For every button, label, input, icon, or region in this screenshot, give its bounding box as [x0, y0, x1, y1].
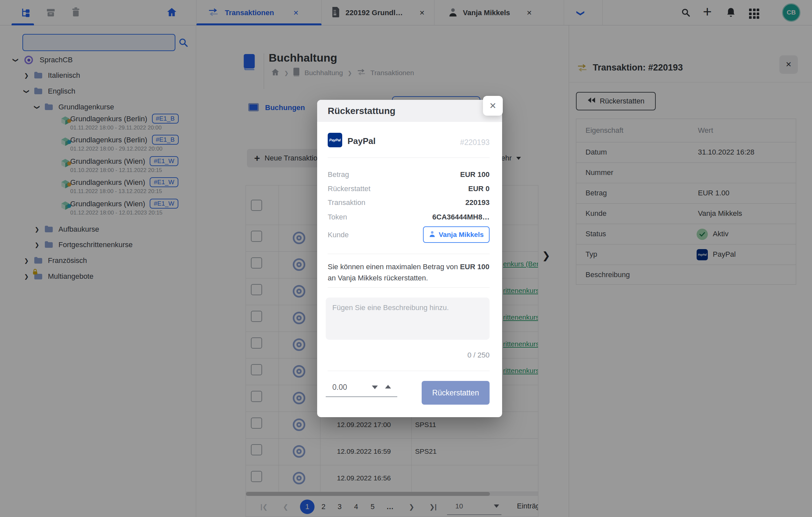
- decrease-icon[interactable]: [372, 386, 378, 389]
- refund-modal: Rückerstattung ✕ PayPal PayPal #220193 B…: [317, 100, 502, 417]
- provider-name: PayPal: [347, 136, 376, 146]
- customer-label: Kunde: [328, 231, 349, 239]
- field-value: EUR 0: [468, 185, 490, 193]
- char-counter: 0 / 250: [467, 351, 490, 360]
- field-value: 6CA36444MH8…: [432, 213, 490, 221]
- field-value: EUR 100: [460, 170, 490, 179]
- modal-title: Rückerstattung: [317, 100, 502, 122]
- transaction-reference: #220193: [460, 138, 490, 147]
- customer-button[interactable]: Vanja Mikkels: [423, 226, 490, 243]
- amount-input[interactable]: [326, 378, 365, 392]
- field-value: 220193: [465, 199, 490, 207]
- button-label: Vanja Mikkels: [439, 231, 484, 239]
- field-label: Rückerstattet: [328, 185, 371, 193]
- field-label: Transaktion: [328, 199, 365, 207]
- person-icon: [429, 231, 436, 239]
- divider: [328, 287, 490, 288]
- divider: [328, 254, 490, 254]
- close-modal-icon[interactable]: ✕: [483, 96, 503, 116]
- paypal-icon: PayPal: [328, 133, 342, 147]
- description-textarea[interactable]: [326, 298, 490, 340]
- refund-submit-button[interactable]: Rückerstatten: [422, 381, 490, 405]
- refund-note: Sie können einen maximalen Betrag von EU…: [328, 261, 490, 284]
- increase-icon[interactable]: [385, 385, 391, 389]
- divider: [328, 371, 490, 371]
- amount-field[interactable]: [326, 378, 397, 397]
- field-label: Token: [328, 213, 347, 221]
- divider: [328, 157, 490, 158]
- field-label: Betrag: [328, 170, 349, 179]
